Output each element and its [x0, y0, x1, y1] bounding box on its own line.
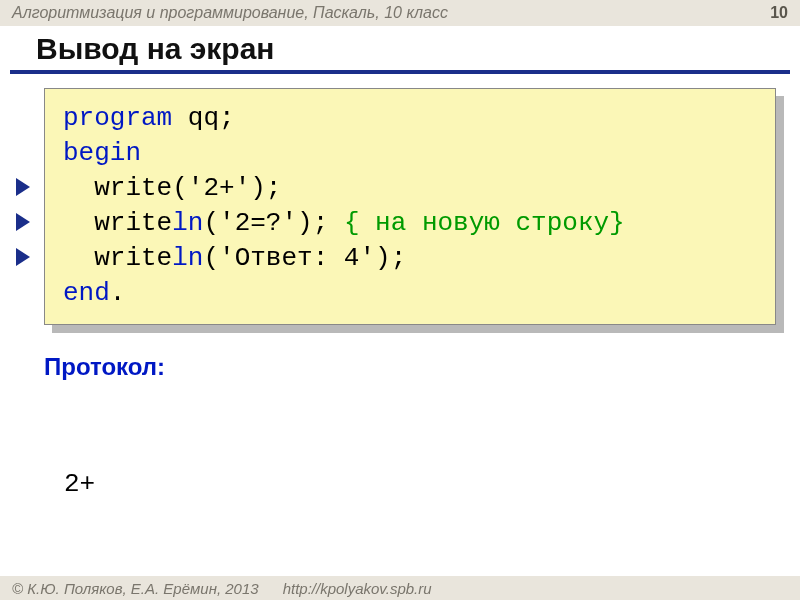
slide-title: Вывод на экран — [10, 26, 790, 74]
code-line: write('2+'); — [63, 171, 757, 206]
code-line: writeln('2=?'); { на новую строку} — [63, 206, 757, 241]
keyword: ln — [172, 208, 203, 238]
code-box: program qq; begin write('2+'); writeln('… — [44, 88, 776, 325]
code-line: end. — [63, 276, 757, 311]
footer-band: © К.Ю. Поляков, Е.А. Ерёмин, 2013 http:/… — [0, 576, 800, 600]
slide: Алгоритмизация и программирование, Паска… — [0, 0, 800, 600]
keyword: begin — [63, 138, 141, 168]
code-line: writeln('Ответ: 4'); — [63, 241, 757, 276]
code-text: qq; — [172, 103, 234, 133]
header-band: Алгоритмизация и программирование, Паска… — [0, 0, 800, 26]
footer-url: http://kpolyakov.spb.ru — [283, 580, 432, 597]
code-line: program qq; — [63, 101, 757, 136]
footer-authors: © К.Ю. Поляков, Е.А. Ерёмин, 2013 — [12, 580, 259, 597]
keyword: program — [63, 103, 172, 133]
code-block: program qq; begin write('2+'); writeln('… — [44, 88, 776, 325]
code-text: write — [63, 208, 172, 238]
arrow-icon — [16, 248, 30, 266]
page-number: 10 — [770, 4, 788, 22]
code-text: ('2=?'); — [203, 208, 343, 238]
arrow-icon — [16, 178, 30, 196]
protocol-label: Протокол: — [44, 353, 800, 381]
comment: { на новую строку} — [344, 208, 625, 238]
code-line: begin — [63, 136, 757, 171]
keyword: end — [63, 278, 110, 308]
code-text: write('2+'); — [63, 173, 281, 203]
output-line: 2+ — [64, 465, 800, 504]
protocol-output: 2+ Ответ: 4 — [64, 387, 800, 600]
code-text: write — [63, 243, 172, 273]
code-text: . — [110, 278, 126, 308]
arrow-icon — [16, 213, 30, 231]
code-text: ('Ответ: 4'); — [203, 243, 406, 273]
course-title: Алгоритмизация и программирование, Паска… — [12, 4, 770, 22]
keyword: ln — [172, 243, 203, 273]
